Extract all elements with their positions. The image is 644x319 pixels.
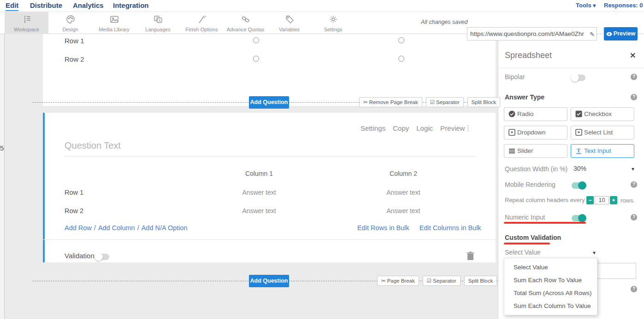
- toolbar-tab-finish-options[interactable]: Finish Options: [180, 12, 224, 34]
- split-block-button[interactable]: Split Block: [467, 97, 501, 107]
- scissors-icon: ✂: [381, 278, 386, 284]
- separator-button[interactable]: ☑Separator: [423, 276, 461, 286]
- dropdown-option-sum-each-column[interactable]: Sum Each Column To Value: [504, 299, 597, 312]
- check-circle-icon: [508, 110, 515, 117]
- column-header[interactable]: Column 1: [227, 170, 291, 177]
- add-question-button[interactable]: Add Question: [249, 96, 289, 109]
- question-width-label: Question Width (in %): [505, 165, 567, 173]
- custom-validation-select[interactable]: Select Value: [505, 249, 541, 256]
- nav-tab-edit[interactable]: Edit: [6, 1, 18, 11]
- answer-type-slider[interactable]: Slider: [504, 144, 567, 158]
- bulk-edit-links: Edit Rows in Bulk Edit Columns in Bulk: [357, 224, 481, 232]
- help-icon[interactable]: ?: [631, 214, 637, 220]
- chevron-down-icon[interactable]: ▾: [632, 166, 634, 172]
- responses-count[interactable]: Responses: 0: [604, 2, 643, 9]
- editor-toolbar: Workspace Design Media Library 文A Langua…: [0, 12, 644, 34]
- column-header[interactable]: Column 2: [371, 170, 436, 177]
- annotation-underline: [504, 222, 586, 224]
- radio-option[interactable]: [398, 37, 404, 43]
- numeric-input-toggle[interactable]: [572, 215, 585, 221]
- mobile-rendering-toggle[interactable]: [572, 182, 585, 189]
- question-number: 5: [0, 144, 4, 152]
- gear-icon: [328, 14, 338, 24]
- add-question-button[interactable]: Add Question: [249, 275, 289, 287]
- radio-option[interactable]: [398, 56, 404, 62]
- radio-option[interactable]: [253, 37, 259, 43]
- row-label[interactable]: Row 1: [65, 189, 83, 196]
- toolbar-tab-languages[interactable]: 文A Languages: [136, 12, 180, 34]
- edit-columns-bulk-link[interactable]: Edit Columns in Bulk: [419, 224, 481, 232]
- close-icon[interactable]: ✕: [630, 51, 636, 60]
- dropdown-option-sum-each-row[interactable]: Sum Each Row To Value: [504, 273, 597, 286]
- question-settings-link[interactable]: Settings: [360, 124, 385, 132]
- question-preview-link[interactable]: Preview: [440, 124, 465, 132]
- answer-text-cell[interactable]: Answer text: [371, 189, 436, 196]
- add-row-link[interactable]: Add Row: [65, 224, 92, 232]
- add-na-option-link[interactable]: Add N/A Option: [142, 224, 188, 232]
- kebab-menu-icon[interactable]: ⋮: [465, 124, 472, 132]
- toolbar-tab-label: Workspace: [14, 27, 39, 32]
- repeat-rows-input[interactable]: [595, 196, 609, 204]
- svg-text:文: 文: [155, 17, 159, 20]
- nav-tab-integration[interactable]: Integration: [113, 1, 149, 9]
- add-option-links: Add Row / Add Column / Add N/A Option: [65, 224, 188, 232]
- delete-question-trash-icon[interactable]: [467, 251, 474, 261]
- caret-square-down-icon: [508, 129, 515, 136]
- question-action-menu: Settings Copy Logic Preview: [360, 124, 465, 132]
- remove-page-break-button[interactable]: ✂Remove Page Break: [359, 97, 422, 107]
- decrement-button[interactable]: −: [586, 196, 594, 204]
- toolbar-tab-variables[interactable]: Variables: [267, 12, 311, 34]
- dropdown-option-select-value[interactable]: Select Value: [504, 261, 597, 273]
- add-column-link[interactable]: Add Column: [98, 224, 135, 232]
- annotation-underline: [504, 243, 550, 244]
- toolbar-tab-design[interactable]: Design: [48, 12, 92, 34]
- svg-text:A: A: [159, 19, 161, 22]
- answer-type-text-input[interactable]: TText Input: [571, 144, 634, 158]
- edit-url-pencil-icon[interactable]: ✎: [588, 27, 597, 41]
- answer-type-dropdown[interactable]: Dropdown: [504, 126, 567, 139]
- edit-rows-bulk-link[interactable]: Edit Rows in Bulk: [357, 224, 409, 232]
- split-block-button[interactable]: Split Block: [464, 276, 497, 286]
- bipolar-toggle[interactable]: [572, 75, 585, 81]
- answer-type-checkbox[interactable]: Checkbox: [571, 107, 634, 121]
- toolbar-tab-settings[interactable]: Settings: [311, 12, 355, 34]
- nav-tab-distribute[interactable]: Distribute: [30, 1, 62, 9]
- answer-type-radio[interactable]: Radio: [504, 107, 567, 121]
- question-logic-link[interactable]: Logic: [416, 124, 433, 132]
- answer-type-select-list[interactable]: Select List: [571, 126, 634, 139]
- nav-tab-analytics[interactable]: Analytics: [73, 1, 104, 9]
- separator-button[interactable]: ☑Separator: [426, 97, 464, 107]
- chevron-down-icon[interactable]: ▾: [593, 249, 596, 256]
- answer-text-cell[interactable]: Answer text: [371, 207, 436, 215]
- question-copy-link[interactable]: Copy: [393, 124, 409, 132]
- help-icon[interactable]: ?: [631, 181, 637, 188]
- answer-text-cell[interactable]: Answer text: [227, 189, 291, 196]
- magic-wand-icon: [197, 14, 207, 24]
- toolbar-tab-media-library[interactable]: Media Library: [92, 12, 136, 34]
- dropdown-option-total-sum[interactable]: Total Sum (Across All Rows): [504, 286, 597, 299]
- answer-text-cell[interactable]: Answer text: [227, 207, 291, 215]
- editor-footer-divider: [43, 239, 496, 240]
- page-break-controls: ✂Remove Page Break ☑Separator Split Bloc…: [359, 97, 500, 107]
- languages-translate-icon: 文A: [153, 14, 163, 24]
- question-width-value[interactable]: 30%: [573, 165, 586, 172]
- tools-menu[interactable]: Tools ▾: [576, 2, 596, 9]
- toolbar-tab-label: Media Library: [99, 27, 130, 32]
- page-break-button[interactable]: ✂Page Break: [377, 276, 419, 286]
- survey-url-input[interactable]: [467, 27, 588, 41]
- survey-editor-page: Edit Distribute Analytics Integration To…: [0, 0, 644, 319]
- help-icon[interactable]: ?: [631, 94, 637, 100]
- preview-button[interactable]: Preview: [604, 27, 638, 41]
- repeat-rows-suffix: rows.: [620, 197, 635, 204]
- help-icon[interactable]: ?: [631, 286, 637, 292]
- radio-option[interactable]: [253, 56, 259, 62]
- toolbar-tab-workspace[interactable]: Workspace: [5, 12, 48, 34]
- row-label[interactable]: Row 2: [65, 207, 83, 215]
- caret-square-down-icon: [575, 129, 582, 136]
- question-text-input[interactable]: [65, 139, 475, 152]
- help-icon[interactable]: ?: [631, 74, 637, 80]
- validation-toggle[interactable]: [95, 254, 109, 260]
- increment-button[interactable]: +: [610, 196, 617, 204]
- validation-label: Validation: [65, 252, 95, 260]
- toolbar-tab-advance-quotas[interactable]: Advance Quotas: [224, 12, 267, 34]
